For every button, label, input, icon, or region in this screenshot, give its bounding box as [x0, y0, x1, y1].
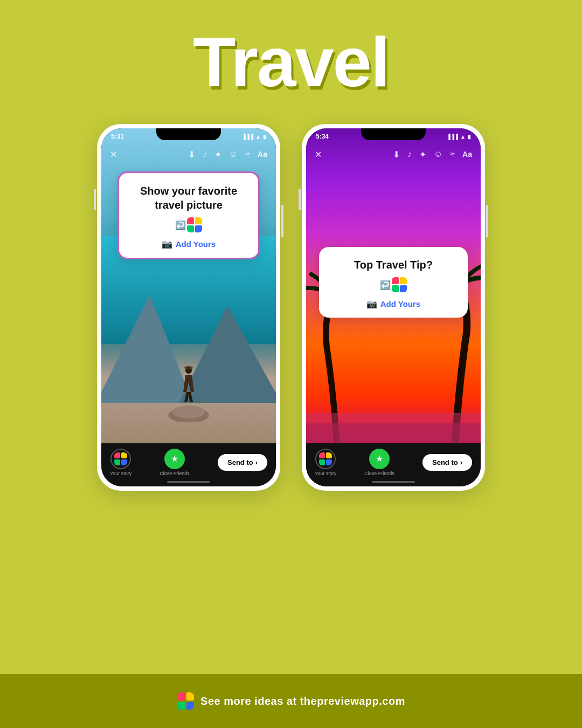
your-story-preview-1	[114, 452, 127, 465]
send-to-button-2[interactable]: Send to ›	[422, 454, 472, 471]
camera-icon-1: 📷	[162, 239, 172, 249]
title-section: Travel	[193, 27, 389, 97]
close-friends-label-2: Close Friends	[364, 471, 394, 476]
wifi-icon-2: ▲	[460, 134, 466, 140]
phone-2: 5:34 ▐▐▐ ▲ ▮ ✕ ⬇ ♪ ✦ ☺ ≈	[302, 124, 485, 491]
toolbar-right-icons: ⬇ ♪ ✦ ☺ ≈ Aa	[188, 149, 267, 160]
your-story-option-1[interactable]: Your story	[110, 449, 131, 476]
arrow-right-icon-1: ›	[255, 458, 258, 466]
phones-row: 5:31 ▐▐▐ ▲ ▮ ✕ ⬇ ♪ ✦ ☺ ≈	[97, 124, 485, 491]
main-area: Travel	[0, 0, 582, 674]
footer-logo	[177, 692, 194, 710]
arrow-right-icon-2: ›	[460, 458, 462, 466]
your-story-preview-2	[319, 452, 332, 465]
phone-2-bottom-bar: Your story ★ Close Friends Send to ›	[306, 443, 481, 486]
your-story-option-2[interactable]: Your story	[315, 449, 336, 476]
phone-2-home-indicator	[372, 481, 415, 483]
add-yours-label-2: Add Yours	[380, 299, 420, 308]
phone-2-time: 5:34	[316, 133, 329, 140]
download-icon-2[interactable]: ⬇	[393, 149, 400, 160]
preview-grid-icon-1	[187, 217, 202, 232]
add-yours-button-2[interactable]: 📷 Add Yours	[366, 299, 420, 309]
phone-1-status-icons: ▐▐▐ ▲ ▮	[242, 134, 266, 140]
camera-icon-2: 📷	[366, 299, 377, 309]
battery-icon-2: ▮	[468, 134, 471, 140]
text-icon[interactable]: Aa	[258, 150, 267, 159]
person-silhouette	[179, 365, 198, 408]
send-to-label-1: Send to	[227, 458, 253, 466]
phone-2-status-bar: 5:34 ▐▐▐ ▲ ▮	[306, 131, 481, 142]
star-icon-1: ★	[171, 454, 178, 464]
text-icon-2[interactable]: Aa	[462, 150, 472, 159]
sparkle-icon[interactable]: ✦	[214, 149, 221, 160]
reply-emoji-2: ↩️	[380, 280, 391, 290]
footer: See more ideas at thepreviewapp.com	[0, 674, 582, 728]
close-friends-circle-2: ★	[369, 449, 390, 469]
svg-rect-2	[186, 367, 191, 369]
story-card-1: Show your favorite travel picture ↩️ 📷 A…	[117, 171, 260, 259]
your-story-circle-1	[110, 449, 131, 469]
send-to-label-2: Send to	[432, 458, 458, 466]
close-friends-option-2[interactable]: ★ Close Friends	[364, 449, 394, 476]
reply-emoji: ↩️	[175, 220, 186, 230]
music-icon-2[interactable]: ♪	[407, 149, 412, 159]
preview-grid-icon-2	[392, 277, 407, 292]
send-to-button-1[interactable]: Send to ›	[218, 454, 267, 471]
phone-1-time: 5:31	[111, 133, 124, 140]
battery-icon: ▮	[263, 134, 266, 140]
download-icon[interactable]: ⬇	[188, 149, 195, 160]
your-story-label-1: Your story	[110, 471, 131, 476]
phone-1-home-indicator	[167, 481, 210, 483]
close-icon-2[interactable]: ✕	[315, 149, 322, 160]
story-card-2-icons: ↩️	[332, 277, 455, 292]
close-icon[interactable]: ✕	[110, 149, 117, 160]
phone-2-toolbar: ✕ ⬇ ♪ ✦ ☺ ≈ Aa	[306, 145, 481, 164]
phone-1-bottom-bar: Your story ★ Close Friends Send to ›	[101, 443, 276, 486]
toolbar-right-icons-2: ⬇ ♪ ✦ ☺ ≈ Aa	[393, 149, 472, 160]
signal-icon-2: ▐▐▐	[447, 134, 458, 140]
your-story-circle-2	[315, 449, 336, 469]
close-friends-option-1[interactable]: ★ Close Friends	[160, 449, 190, 476]
star-icon-2: ★	[376, 454, 383, 464]
draw-icon-2[interactable]: ≈	[450, 149, 455, 159]
phone-1-status-bar: 5:31 ▐▐▐ ▲ ▮	[101, 131, 276, 142]
sticker-icon[interactable]: ☺	[229, 149, 238, 159]
phone-1-screen: 5:31 ▐▐▐ ▲ ▮ ✕ ⬇ ♪ ✦ ☺ ≈	[101, 128, 276, 486]
wifi-icon: ▲	[255, 134, 261, 140]
page-title: Travel	[193, 27, 389, 97]
story-card-2: Top Travel Tip? ↩️ 📷 Add Yours	[319, 247, 468, 318]
phone-1-toolbar: ✕ ⬇ ♪ ✦ ☺ ≈ Aa	[101, 145, 276, 164]
phone-2-screen: 5:34 ▐▐▐ ▲ ▮ ✕ ⬇ ♪ ✦ ☺ ≈	[306, 128, 481, 486]
signal-icon: ▐▐▐	[242, 134, 253, 140]
sparkle-icon-2[interactable]: ✦	[419, 149, 426, 160]
close-friends-circle-1: ★	[164, 449, 185, 469]
add-yours-label-1: Add Yours	[176, 239, 216, 249]
close-friends-label-1: Close Friends	[160, 471, 190, 476]
your-story-label-2: Your story	[315, 471, 336, 476]
sticker-icon-2[interactable]: ☺	[434, 149, 442, 159]
story-card-2-title: Top Travel Tip?	[332, 258, 455, 272]
footer-text: See more ideas at thepreviewapp.com	[200, 695, 405, 708]
draw-icon[interactable]: ≈	[245, 149, 250, 159]
story-card-1-title: Show your favorite travel picture	[132, 184, 245, 212]
add-yours-button-1[interactable]: 📷 Add Yours	[162, 239, 216, 249]
story-card-1-icons: ↩️	[132, 217, 245, 232]
phone-1: 5:31 ▐▐▐ ▲ ▮ ✕ ⬇ ♪ ✦ ☺ ≈	[97, 124, 280, 491]
phone-2-status-icons: ▐▐▐ ▲ ▮	[447, 134, 471, 140]
music-icon[interactable]: ♪	[203, 149, 207, 159]
